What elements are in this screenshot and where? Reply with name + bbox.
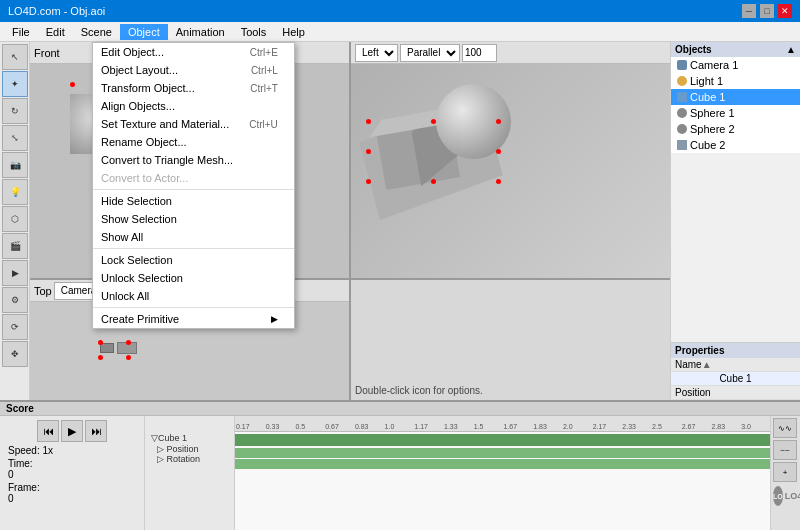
menu-object-layout[interactable]: Object Layout... Ctrl+L <box>93 61 294 79</box>
object-list: Camera 1 Light 1 Cube 1 Sphere 1 Sphere … <box>671 57 800 153</box>
object-item-camera1[interactable]: Camera 1 <box>671 57 800 73</box>
menu-unlock-selection[interactable]: Unlock Selection <box>93 269 294 287</box>
collapse-icon: ▲ <box>786 44 796 55</box>
menu-align-objects[interactable]: Align Objects... <box>93 97 294 115</box>
play-button[interactable]: ▶ <box>61 420 83 442</box>
ruler-mark-6: 1.17 <box>413 423 443 430</box>
tool-orbit[interactable]: ⟳ <box>2 314 28 340</box>
sel-handle-2 <box>496 119 501 124</box>
viewport-top-label: Top <box>34 285 52 297</box>
name-row: Name ▲ <box>671 358 800 372</box>
projection-select[interactable]: Parallel <box>400 44 460 62</box>
ruler-mark-3: 0.67 <box>324 423 354 430</box>
ruler-mark-14: 2.5 <box>651 423 681 430</box>
menu-item-scene[interactable]: Scene <box>73 24 120 40</box>
menu-rename-object[interactable]: Rename Object... <box>93 133 294 151</box>
ruler-mark-9: 1.67 <box>502 423 532 430</box>
time-display: Time: 0 <box>2 457 142 481</box>
score-side-btn-2[interactable]: ~~ <box>773 440 797 460</box>
fast-forward-button[interactable]: ⏭ <box>85 420 107 442</box>
tool-settings[interactable]: ⚙ <box>2 287 28 313</box>
menu-item-animation[interactable]: Animation <box>168 24 233 40</box>
ruler-mark-0: 0.17 <box>235 423 265 430</box>
menu-lock-selection[interactable]: Lock Selection <box>93 251 294 269</box>
cam-sel-3 <box>98 355 103 360</box>
ruler-mark-8: 1.5 <box>473 423 503 430</box>
object-item-light1[interactable]: Light 1 <box>671 73 800 89</box>
tool-scene[interactable]: 🎬 <box>2 233 28 259</box>
zoom-input[interactable] <box>462 44 497 62</box>
camera-view-objects <box>100 342 137 354</box>
score-header: Score <box>0 402 800 416</box>
properties-section: Properties Name ▲ Cube 1 Position <box>671 343 800 400</box>
object-item-sphere2[interactable]: Sphere 2 <box>671 121 800 137</box>
menu-item-object[interactable]: Object <box>120 24 168 40</box>
tool-select[interactable]: ↖ <box>2 44 28 70</box>
cam-sel-2 <box>126 340 131 345</box>
tool-camera[interactable]: 📷 <box>2 152 28 178</box>
sel-handle-5 <box>431 119 436 124</box>
rewind-button[interactable]: ⏮ <box>37 420 59 442</box>
title-bar-title: LO4D.com - Obj.aoi <box>8 5 105 17</box>
watermark-area: LO LO4D.com <box>773 484 797 524</box>
timeline-track-main <box>235 434 770 446</box>
ruler-mark-5: 1.0 <box>384 423 414 430</box>
menu-edit-object[interactable]: Edit Object... Ctrl+E <box>93 43 294 61</box>
close-button[interactable]: ✕ <box>778 4 792 18</box>
title-bar: LO4D.com - Obj.aoi ─ □ ✕ <box>0 0 800 22</box>
menu-unlock-all[interactable]: Unlock All <box>93 287 294 305</box>
score-controls: ⏮ ▶ ⏭ Speed: 1x Time: 0 Frame: 0 <box>0 416 145 530</box>
tool-move[interactable]: ✦ <box>2 71 28 97</box>
sel-handle-3 <box>366 179 371 184</box>
menu-set-texture[interactable]: Set Texture and Material... Ctrl+U <box>93 115 294 133</box>
tool-light[interactable]: 💡 <box>2 179 28 205</box>
viewport-front-label: Front <box>34 47 60 59</box>
playback-buttons: ⏮ ▶ ⏭ <box>2 418 142 444</box>
object-item-cube1[interactable]: Cube 1 <box>671 89 800 105</box>
right-panel: Objects ▲ Camera 1 Light 1 Cube 1 <box>670 42 800 400</box>
tool-mesh[interactable]: ⬡ <box>2 206 28 232</box>
menu-show-all[interactable]: Show All <box>93 228 294 246</box>
menu-transform-object[interactable]: Transform Object... Ctrl+T <box>93 79 294 97</box>
ruler-mark-4: 0.83 <box>354 423 384 430</box>
viewport-3d-toolbar: Left Parallel <box>351 42 670 64</box>
menu-item-file[interactable]: File <box>4 24 38 40</box>
menu-convert-triangle[interactable]: Convert to Triangle Mesh... <box>93 151 294 169</box>
scene-3d <box>351 64 670 278</box>
minimize-button[interactable]: ─ <box>742 4 756 18</box>
menu-item-tools[interactable]: Tools <box>233 24 275 40</box>
ruler-mark-15: 2.67 <box>681 423 711 430</box>
ruler-mark-17: 3.0 <box>740 423 770 430</box>
tool-render[interactable]: ▶ <box>2 260 28 286</box>
ruler-mark-2: 0.5 <box>294 423 324 430</box>
object-item-cube2[interactable]: Cube 2 <box>671 137 800 153</box>
menu-show-selection[interactable]: Show Selection <box>93 210 294 228</box>
menu-item-help[interactable]: Help <box>274 24 313 40</box>
objects-header: Objects ▲ <box>671 42 800 57</box>
tool-scale[interactable]: ⤡ <box>2 125 28 151</box>
timeline-tree: ▽Cube 1 ▷ Position ▷ Rotation <box>145 416 235 530</box>
timeline-area[interactable]: 0.17 0.33 0.5 0.67 0.83 1.0 1.17 1.33 1.… <box>235 416 770 530</box>
menu-bar: File Edit Scene Object Animation Tools H… <box>0 22 800 42</box>
mini-object <box>100 343 114 353</box>
tree-item-rotation: ▷ Rotation <box>145 454 234 464</box>
ruler-mark-11: 2.0 <box>562 423 592 430</box>
viewport-3d[interactable]: Left Parallel <box>351 42 670 278</box>
maximize-button[interactable]: □ <box>760 4 774 18</box>
position-row: Position <box>671 386 800 400</box>
view-select[interactable]: Left <box>355 44 398 62</box>
object-item-sphere1[interactable]: Sphere 1 <box>671 105 800 121</box>
separator-1 <box>93 189 294 190</box>
menu-create-primitive[interactable]: Create Primitive ▶ <box>93 310 294 328</box>
timeline-ruler: 0.17 0.33 0.5 0.67 0.83 1.0 1.17 1.33 1.… <box>235 416 770 432</box>
speed-display: Speed: 1x <box>2 444 142 457</box>
name-value[interactable]: Cube 1 <box>671 372 800 386</box>
hint-text: Double-click icon for options. <box>355 385 666 396</box>
tool-rotate[interactable]: ↻ <box>2 98 28 124</box>
separator-3 <box>93 307 294 308</box>
score-side-btn-1[interactable]: ∿∿ <box>773 418 797 438</box>
menu-item-edit[interactable]: Edit <box>38 24 73 40</box>
menu-hide-selection[interactable]: Hide Selection <box>93 192 294 210</box>
tool-pan[interactable]: ✥ <box>2 341 28 367</box>
score-side-btn-3[interactable]: + <box>773 462 797 482</box>
